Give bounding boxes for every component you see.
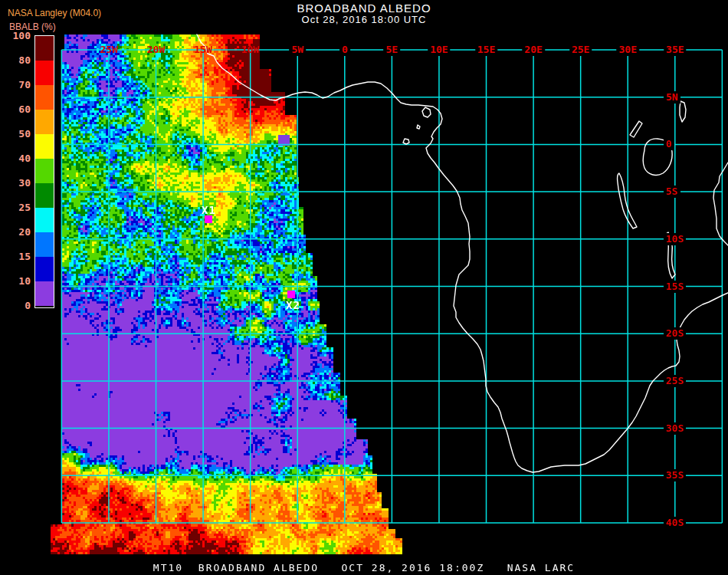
bioko-island <box>422 107 431 117</box>
marker-square-x2 <box>287 291 295 298</box>
sao-tome-island <box>403 139 409 144</box>
marker-square-x1 <box>205 215 212 223</box>
lon-label: 25E <box>569 44 592 56</box>
lon-label: 25W <box>100 44 117 56</box>
africa-coastline <box>197 34 728 472</box>
lon-label: 10E <box>428 44 450 56</box>
lon-label: 15E <box>475 44 497 56</box>
lon-label: 0 <box>339 44 350 56</box>
lat-label: 20S <box>664 327 686 340</box>
marker-label-x1: X1 <box>202 204 216 216</box>
lake-turkana <box>680 101 686 122</box>
lon-label: 30E <box>616 44 638 56</box>
lon-label: 5E <box>384 44 401 56</box>
lon-label: 35E <box>664 44 686 56</box>
lon-label: 15W <box>194 44 212 56</box>
lat-label: 5N <box>664 91 680 104</box>
lake-albert <box>630 121 642 137</box>
lon-label: 10W <box>241 44 259 56</box>
graticule-grid <box>61 50 722 523</box>
map-overlay <box>0 0 728 575</box>
lat-label: 40S <box>664 517 686 529</box>
lat-label: 15S <box>664 281 686 293</box>
lat-label: 30S <box>664 422 686 435</box>
lat-label: 5S <box>664 186 680 198</box>
lon-label: 5W <box>289 44 306 56</box>
principe-island <box>417 125 420 129</box>
lon-label: 20W <box>147 44 165 56</box>
lat-label: 35S <box>664 469 686 481</box>
east-coast-segment <box>713 163 728 245</box>
marker-label-x2: X2 <box>286 299 300 311</box>
lat-label: 25S <box>664 375 686 387</box>
albedo-quicklook-image: BROADBAND ALBEDO Oct 28, 2016 18:00 UTC … <box>0 0 728 575</box>
lat-label: 10S <box>664 233 686 245</box>
lake-tanganyika <box>618 173 637 228</box>
footer-caption: MT10 BROADBAND ALBEDO OCT 28, 2016 18:00… <box>0 562 728 573</box>
lat-label: 0 <box>664 138 674 150</box>
lon-label: 20E <box>522 44 544 56</box>
